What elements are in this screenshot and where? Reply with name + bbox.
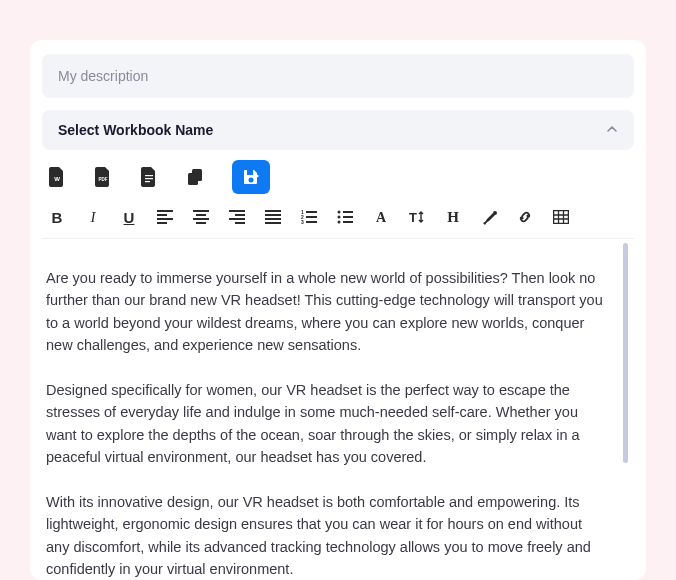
scrollbar[interactable] [623,243,628,463]
content-area: Are you ready to immerse yourself in a w… [42,239,634,580]
chevron-up-icon [606,123,618,138]
svg-rect-3 [145,178,153,179]
svg-text:A: A [376,210,387,225]
workbook-select-label: Select Workbook Name [58,122,213,138]
svg-point-12 [338,211,341,214]
pdf-export-icon[interactable]: PDF [94,167,112,187]
svg-rect-6 [192,169,202,181]
svg-text:W: W [54,176,60,182]
svg-text:3: 3 [301,219,304,224]
copy-icon[interactable] [186,167,204,187]
font-family-button[interactable]: A [370,206,392,228]
svg-rect-17 [554,211,569,224]
description-input[interactable]: My description [42,54,634,98]
italic-button[interactable]: I [82,206,104,228]
doc-export-icon[interactable] [140,167,158,187]
bold-button[interactable]: B [46,206,68,228]
svg-text:PDF: PDF [99,177,108,182]
table-icon[interactable] [550,206,572,228]
unordered-list-button[interactable] [334,206,356,228]
link-icon[interactable] [514,206,536,228]
align-justify-button[interactable] [262,206,284,228]
svg-point-14 [338,221,341,224]
paragraph: Are you ready to immerse yourself in a w… [46,267,608,357]
underline-button[interactable]: U [118,206,140,228]
ordered-list-button[interactable]: 123 [298,206,320,228]
font-size-button[interactable]: T [406,206,428,228]
description-placeholder: My description [58,68,148,84]
svg-rect-7 [247,170,253,175]
format-toolbar: B I U 123 A T H [42,202,634,239]
align-center-button[interactable] [190,206,212,228]
paragraph: With its innovative design, our VR heads… [46,491,608,580]
heading-button[interactable]: H [442,206,464,228]
brush-icon[interactable] [478,206,500,228]
save-button[interactable] [232,160,270,194]
paragraph: Designed specifically for women, our VR … [46,379,608,469]
workbook-select[interactable]: Select Workbook Name [42,110,634,150]
export-row: W PDF [42,150,634,202]
content-editable[interactable]: Are you ready to immerse yourself in a w… [46,267,630,580]
align-right-button[interactable] [226,206,248,228]
svg-point-8 [249,178,254,183]
svg-point-13 [338,216,341,219]
word-export-icon[interactable]: W [48,167,66,187]
svg-rect-2 [145,175,153,176]
svg-text:T: T [409,210,417,225]
editor-card: My description Select Workbook Name W PD… [30,40,646,580]
svg-rect-4 [145,181,150,182]
align-left-button[interactable] [154,206,176,228]
